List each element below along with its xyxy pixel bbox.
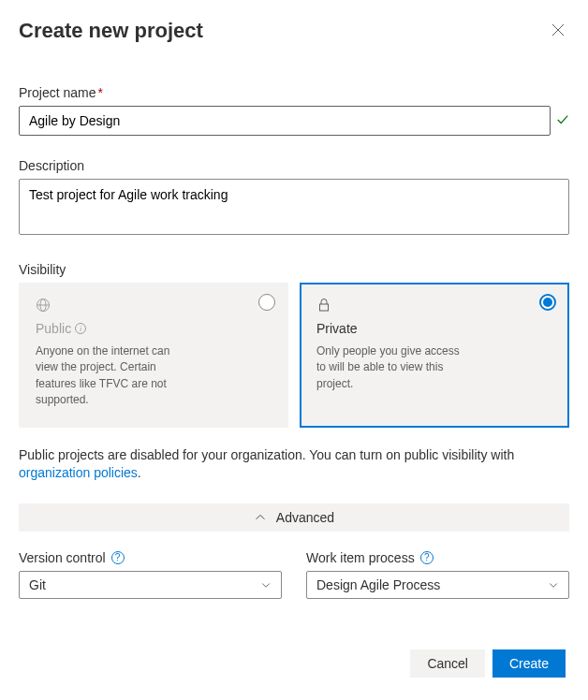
- visibility-note: Public projects are disabled for your or…: [19, 446, 569, 483]
- svg-rect-3: [320, 304, 329, 311]
- visibility-private-card[interactable]: Private Only people you give access to w…: [300, 283, 569, 428]
- work-item-process-label: Work item process: [306, 550, 415, 565]
- info-icon: i: [75, 323, 86, 334]
- description-label: Description: [19, 158, 569, 173]
- checkmark-icon: [556, 113, 569, 129]
- cancel-button[interactable]: Cancel: [410, 649, 485, 678]
- advanced-toggle[interactable]: Advanced: [19, 503, 569, 532]
- help-icon[interactable]: ?: [420, 551, 434, 564]
- visibility-label: Visibility: [19, 262, 569, 277]
- visibility-public-desc: Anyone on the internet can view the proj…: [36, 343, 185, 409]
- project-name-label: Project name*: [19, 85, 569, 100]
- visibility-public-card: Public i Anyone on the internet can view…: [19, 283, 288, 428]
- radio-unchecked-icon: [258, 294, 275, 311]
- chevron-down-icon: [260, 579, 272, 591]
- lock-icon: [316, 298, 552, 315]
- chevron-up-icon: [254, 511, 267, 524]
- dialog-title: Create new project: [19, 19, 203, 43]
- version-control-label: Version control: [19, 550, 106, 565]
- visibility-private-desc: Only people you give access to will be a…: [316, 343, 466, 392]
- org-policies-link[interactable]: organization policies: [19, 465, 138, 480]
- create-button[interactable]: Create: [492, 649, 566, 678]
- close-icon: [551, 22, 566, 37]
- visibility-public-title: Public: [36, 321, 71, 336]
- chevron-down-icon: [548, 579, 559, 591]
- required-asterisk: *: [97, 85, 102, 100]
- version-control-select[interactable]: Git: [19, 571, 282, 599]
- work-item-process-select[interactable]: Design Agile Process: [306, 571, 569, 599]
- close-button[interactable]: [547, 19, 569, 44]
- description-input[interactable]: Test project for Agile work tracking: [19, 179, 569, 235]
- visibility-private-title: Private: [316, 321, 552, 336]
- help-icon[interactable]: ?: [111, 551, 125, 564]
- globe-icon: [36, 298, 272, 315]
- radio-checked-icon: [539, 294, 556, 311]
- project-name-input[interactable]: [19, 106, 551, 136]
